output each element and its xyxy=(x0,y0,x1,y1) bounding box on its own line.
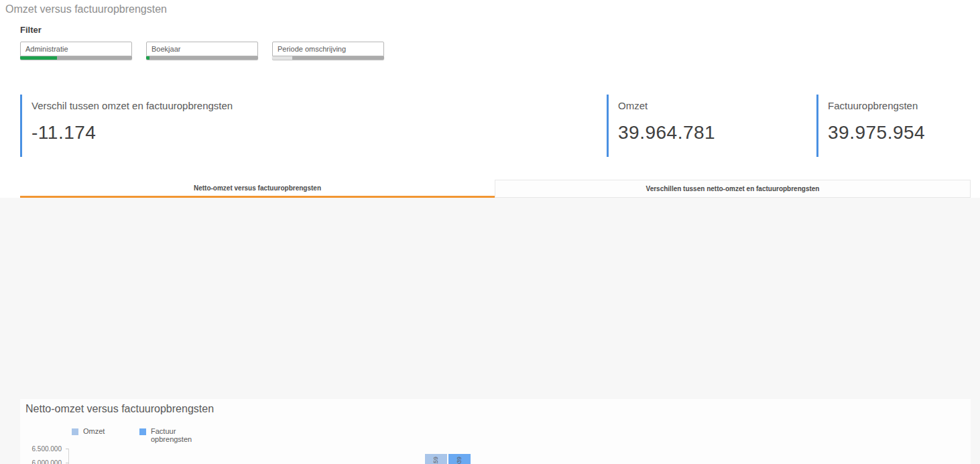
kpi-card-verschil-tussen-omzet-en-factuuropbrengsten: Verschil tussen omzet en factuuropbrengs… xyxy=(20,95,591,157)
kpi-label: Factuuropbrengsten xyxy=(828,100,977,111)
filter-heading: Filter xyxy=(20,25,42,35)
legend-label: Factuur opbrengsten xyxy=(151,427,204,443)
filter-state-fill xyxy=(20,56,57,60)
y-axis-tick-label: 6.500.000 xyxy=(20,445,62,453)
legend-label: Omzet xyxy=(83,427,137,435)
content-panel: Netto-omzet versus factuuropbrengsten Om… xyxy=(0,198,980,464)
legend-item-factuur-opbrengsten: Factuur opbrengsten xyxy=(139,427,204,443)
bar-value-label: 6.311.159 xyxy=(432,457,439,464)
filter-label: Boekjaar xyxy=(146,42,258,56)
filter-state-bar xyxy=(272,56,384,60)
kpi-value: 39.975.954 xyxy=(828,122,977,143)
filter-label: Periode omschrijving xyxy=(272,42,384,56)
filter-label: Administratie xyxy=(20,42,132,56)
kpi-card-omzet: Omzet39.964.781 xyxy=(607,95,802,157)
kpi-card-factuuropbrengsten: Factuuropbrengsten39.975.954 xyxy=(816,95,977,157)
bar-chart: Netto-omzet versus factuuropbrengsten Om… xyxy=(20,399,971,464)
tab-verschillen-tussen-netto-omzet-en-factuuropbrengsten[interactable]: Verschillen tussen netto-omzet en factuu… xyxy=(495,180,971,198)
kpi-value: -11.174 xyxy=(32,122,591,143)
chart-title: Netto-omzet versus factuuropbrengsten xyxy=(25,403,214,415)
page-title: Omzet versus factuuropbrengsten xyxy=(5,3,167,15)
filter-state-fill xyxy=(146,56,149,60)
tab-netto-omzet-versus-factuuropbrengsten[interactable]: Netto-omzet versus factuuropbrengsten xyxy=(20,180,495,198)
filter-state-bar xyxy=(146,56,258,60)
legend-swatch xyxy=(72,428,78,435)
kpi-label: Omzet xyxy=(618,100,802,111)
tab-bar: Netto-omzet versus factuuropbrengstenVer… xyxy=(20,180,971,198)
filter-state-fill xyxy=(272,56,292,60)
legend-swatch xyxy=(139,428,146,435)
filter-periode-omschrijving[interactable]: Periode omschrijving xyxy=(272,42,384,60)
filter-state-bar xyxy=(20,56,132,60)
legend-item-omzet: Omzet xyxy=(72,427,137,435)
dashboard: Omzet versus factuuropbrengsten Filter A… xyxy=(0,0,980,464)
kpi-value: 39.964.781 xyxy=(618,122,802,143)
filter-administratie[interactable]: Administratie xyxy=(20,42,132,60)
y-axis-tick-label: 6.000.000 xyxy=(20,459,62,464)
bar-value-label: 6.311.039 xyxy=(456,457,463,464)
filter-boekjaar[interactable]: Boekjaar xyxy=(146,42,258,60)
plot-area: 11.87111.2444.363.2884.376.8335.612.1805… xyxy=(68,449,965,464)
kpi-label: Verschil tussen omzet en factuuropbrengs… xyxy=(32,100,591,111)
